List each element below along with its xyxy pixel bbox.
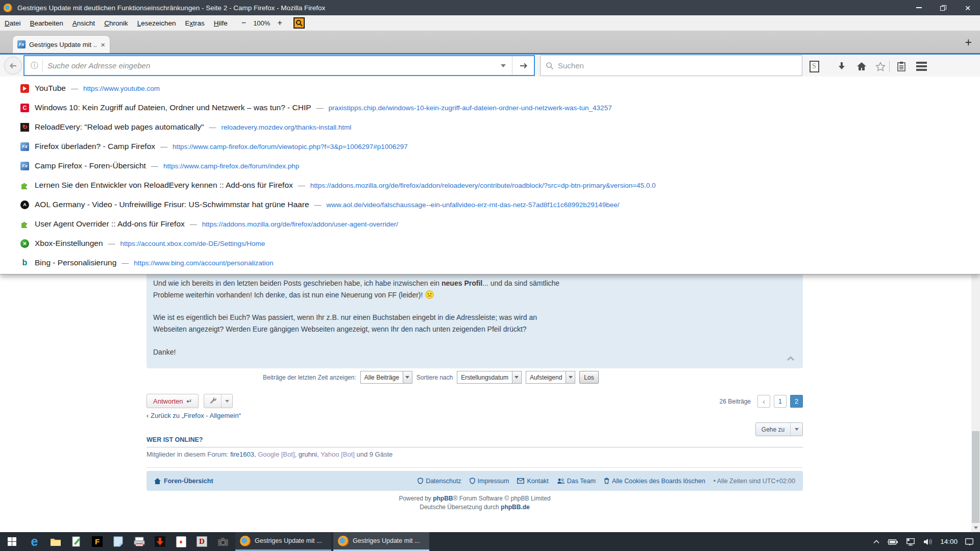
menu-button[interactable] xyxy=(913,58,930,74)
close-button[interactable]: × xyxy=(955,0,980,15)
privacy-link[interactable]: Datenschutz xyxy=(418,478,461,485)
team-link[interactable]: Das Team xyxy=(557,478,596,485)
back-button[interactable] xyxy=(4,57,22,74)
posts-filter-select[interactable]: Alle Beiträge xyxy=(360,371,412,384)
new-tab-button[interactable]: + xyxy=(965,36,972,49)
window-titlebar: Gestriges Update mit deutlichen Funktion… xyxy=(0,0,980,15)
tools-dropdown-chevron-icon xyxy=(221,394,232,408)
phpbb-link[interactable]: phpBB xyxy=(433,495,453,502)
taskbar-d-app-button[interactable]: D xyxy=(191,532,212,551)
taskbar-cards-button[interactable]: ♦ xyxy=(170,532,191,551)
zoom-in-button[interactable]: + xyxy=(275,18,284,28)
history-item-aol[interactable]: AOL Germany - Video - Unfreiwillige Fris… xyxy=(0,195,980,214)
network-icon[interactable] xyxy=(905,538,916,546)
scrapbook-icon: S xyxy=(810,61,819,72)
history-item-bing[interactable]: Bing - Personalisierung—https://www.bing… xyxy=(0,253,980,272)
minimize-button[interactable] xyxy=(906,0,931,15)
taskbar-download-manager-button[interactable] xyxy=(150,532,170,551)
search-input[interactable] xyxy=(558,61,802,70)
clock[interactable]: 14:00 xyxy=(940,538,958,545)
bing-favicon xyxy=(20,259,29,267)
history-item-addons-reloadevery[interactable]: Lernen Sie den Entwickler von ReloadEver… xyxy=(0,176,980,195)
reply-button[interactable]: Antworten ↵ xyxy=(146,394,199,408)
contact-link[interactable]: Kontakt xyxy=(517,478,548,485)
menu-lesezeichen[interactable]: Lesezeichen xyxy=(133,15,181,31)
scrapbook-button[interactable]: S xyxy=(805,58,823,74)
taskbar-notes-button[interactable] xyxy=(108,532,129,551)
previous-page-button[interactable]: ‹ xyxy=(757,395,770,408)
go-sort-button[interactable]: Los xyxy=(579,371,598,384)
menu-hilfe[interactable]: Hilfe xyxy=(209,15,232,31)
taskbar-window-1[interactable]: Gestriges Update mit ... xyxy=(235,532,331,551)
sort-field-select[interactable]: Erstellungsdatum xyxy=(457,371,522,384)
url-bar[interactable]: ⓘ xyxy=(23,55,535,76)
volume-icon[interactable] xyxy=(923,538,933,546)
envelope-icon xyxy=(517,478,524,484)
menu-bearbeiten[interactable]: Bearbeiten xyxy=(26,15,68,31)
url-input[interactable] xyxy=(47,61,495,70)
urlbar-dropdown-chevron-icon[interactable] xyxy=(501,64,506,67)
addon-puzzle-favicon xyxy=(20,181,29,190)
display-options-row: Beiträge der letzten Zeit anzeigen: Alle… xyxy=(263,371,599,384)
taskbar-editor-button[interactable] xyxy=(66,532,87,551)
taskbar-edge-button[interactable]: e xyxy=(24,532,45,551)
page-info-icon[interactable]: ⓘ xyxy=(31,61,38,70)
page-1-button[interactable]: 1 xyxy=(774,395,787,408)
delete-cookies-link[interactable]: Alle Cookies des Boards löschen xyxy=(604,478,705,485)
bookmarks-menu-button[interactable] xyxy=(893,58,910,74)
urlbar-history-dropdown: YouTube—https://www.youtube.com Windows … xyxy=(0,77,980,274)
bot-link[interactable]: Yahoo [Bot] xyxy=(321,450,355,458)
history-item-addons-useragent[interactable]: User Agent Overrider :: Add-ons für Fire… xyxy=(0,214,980,234)
menu-chronik[interactable]: Chronik xyxy=(100,15,133,31)
search-bar[interactable] xyxy=(540,55,802,76)
user-link[interactable]: fire1603 xyxy=(230,450,254,458)
history-item-youtube[interactable]: YouTube—https://www.youtube.com xyxy=(0,79,980,98)
taskbar-f-app-button[interactable]: F xyxy=(87,532,108,551)
home-button[interactable] xyxy=(853,58,870,74)
who-is-online-heading: WER IST ONLINE? xyxy=(146,436,203,443)
history-item-xbox[interactable]: Xbox-Einstellungen—https://account.xbox.… xyxy=(0,234,980,253)
window-title: Gestriges Update mit deutlichen Funktion… xyxy=(17,4,325,12)
zoom-out-button[interactable]: − xyxy=(239,18,248,28)
scroll-to-top-button[interactable] xyxy=(787,354,795,363)
scrollbar-thumb[interactable] xyxy=(972,431,979,523)
taskbar-camera-button[interactable] xyxy=(212,532,233,551)
reply-arrow-icon: ↵ xyxy=(187,397,192,405)
battery-icon[interactable] xyxy=(887,538,898,545)
taskbar-file-explorer-button[interactable] xyxy=(45,532,66,551)
history-item-camp-firefox-topic[interactable]: Firefox überladen? - Camp Firefox—https:… xyxy=(0,137,980,156)
imprint-link[interactable]: Impressum xyxy=(470,478,509,485)
tab-close-icon[interactable]: × xyxy=(101,40,105,49)
bot-link[interactable]: Google [Bot] xyxy=(258,450,295,458)
post-paragraph: Wie ist es eigentlich bei Euch? Was pass… xyxy=(153,312,537,335)
phpbb-de-link[interactable]: phpBB.de xyxy=(501,504,530,511)
taskbar-window-2-active[interactable]: Gestriges Update mit ... xyxy=(333,532,429,551)
taskbar-printer-button[interactable] xyxy=(129,532,150,551)
history-item-chip[interactable]: Windows 10: Kein Zugriff auf Dateien, Or… xyxy=(0,98,980,117)
back-chevron: ‹ xyxy=(146,412,149,419)
system-tray: 14:00 xyxy=(873,532,980,551)
zoom-addon-button[interactable] xyxy=(293,17,305,29)
tab-gestriges-update[interactable]: Fx Gestriges Update mit ... × xyxy=(12,35,110,53)
page-2-button-active[interactable]: 2 xyxy=(790,395,803,408)
topic-tools-button[interactable] xyxy=(204,394,233,408)
back-to-forum-link[interactable]: Zurück zu „Firefox - Allgemein“ xyxy=(151,412,241,419)
tray-chevron-up-icon[interactable] xyxy=(873,539,880,545)
menu-datei[interactable]: Datei xyxy=(0,15,26,31)
user-link[interactable]: gruhni xyxy=(299,450,317,458)
start-button[interactable] xyxy=(0,532,24,551)
menu-ansicht[interactable]: Ansicht xyxy=(68,15,100,31)
forum-index-link[interactable]: Foren-Übersicht xyxy=(154,478,213,485)
sort-direction-select[interactable]: Aufsteigend xyxy=(526,371,575,384)
action-center-icon[interactable] xyxy=(965,538,974,546)
restore-button[interactable] xyxy=(931,0,955,15)
menu-extras[interactable]: Extras xyxy=(181,15,209,31)
zoom-level-label: 100% xyxy=(253,19,270,27)
history-item-camp-firefox-index[interactable]: Camp Firefox - Foren-Übersicht—https://w… xyxy=(0,156,980,176)
downloads-button[interactable] xyxy=(833,58,850,74)
bookmark-star-button[interactable] xyxy=(872,58,889,74)
jump-to-button[interactable]: Gehe zu xyxy=(755,422,803,436)
go-button[interactable] xyxy=(512,56,534,75)
scrollbar-down-arrow[interactable] xyxy=(971,523,980,532)
history-item-reloadevery[interactable]: ReloadEvery: "Reload web pages automatic… xyxy=(0,117,980,137)
